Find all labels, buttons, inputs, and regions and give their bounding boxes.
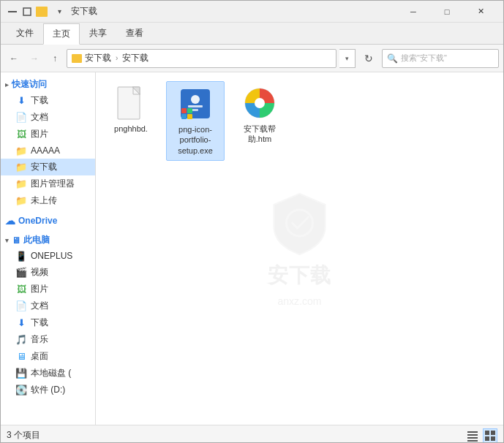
desktop-icon: 🖥	[15, 351, 27, 363]
tab-file[interactable]: 文件	[7, 23, 43, 44]
nav-bar: ← → ↑ 安下载 › 安下载 ▾ ↻ 🔍 搜索"安下载"	[1, 45, 503, 72]
document-icon-pc: 📄	[15, 300, 27, 312]
file-name-pnghhbd: pnghhbd.	[114, 124, 148, 134]
up-button[interactable]: ↑	[46, 50, 64, 67]
software-disk-icon: 💽	[15, 385, 27, 396]
svg-rect-13	[181, 114, 187, 119]
this-pc-header[interactable]: ▾ 🖥 此电脑	[1, 231, 95, 248]
this-pc-arrow: ▾	[5, 237, 9, 244]
tab-view[interactable]: 查看	[116, 23, 153, 44]
sidebar-item-software-d[interactable]: 💽 软件 (D:)	[1, 382, 95, 398]
document-icon: 📄	[15, 112, 27, 124]
file-icon-pnghhbd	[113, 86, 148, 121]
svg-rect-23	[485, 436, 489, 441]
quick-access-arrow: ▸	[5, 81, 9, 88]
content-area: 安下载 anxz.com pnghhbd.	[96, 72, 503, 425]
sidebar-item-desktop[interactable]: 🖥 桌面	[1, 348, 95, 365]
svg-rect-24	[491, 436, 495, 441]
ribbon-tabs: 文件 主页 共享 查看	[1, 23, 503, 44]
sidebar-item-notuploaded[interactable]: 📁 未上传	[1, 192, 95, 209]
sidebar-item-downloads[interactable]: ⬇ 下载	[1, 92, 95, 109]
sidebar-item-pictures[interactable]: 🖼 图片	[1, 126, 95, 143]
svg-rect-17	[467, 431, 478, 433]
folder-icon-notuploaded: 📁	[15, 195, 27, 207]
watermark-shield-icon	[271, 190, 329, 256]
forward-button[interactable]: →	[26, 50, 43, 67]
svg-rect-19	[467, 437, 478, 439]
back-button[interactable]: ←	[5, 50, 23, 67]
sidebar-item-music[interactable]: 🎵 音乐	[1, 331, 95, 348]
sidebar-item-picturemanager[interactable]: 📁 图片管理器	[1, 175, 95, 192]
maximize-button[interactable]: □	[430, 1, 464, 23]
onedrive-label: OneDrive	[18, 216, 57, 226]
svg-rect-12	[187, 108, 192, 113]
svg-rect-18	[467, 434, 478, 436]
quick-access-label: 快速访问	[12, 78, 47, 91]
search-bar[interactable]: 🔍 搜索"安下载"	[382, 49, 499, 68]
svg-point-16	[255, 98, 265, 108]
file-item-htm[interactable]: 安下载帮助.htm	[230, 81, 289, 161]
address-path: 安下载	[85, 52, 111, 64]
window-icon-page	[21, 6, 33, 18]
address-arrow: ›	[116, 54, 118, 62]
watermark: 安下载 anxz.com	[268, 190, 331, 307]
title-bar: ▾ 安下载 ─ □ ✕	[1, 1, 503, 23]
tab-share[interactable]: 共享	[80, 23, 116, 44]
svg-point-8	[191, 95, 200, 104]
watermark-sub-text: anxz.com	[278, 295, 322, 307]
svg-rect-21	[485, 431, 489, 435]
cloud-icon: ☁	[5, 215, 15, 227]
file-icon-exe	[178, 86, 213, 121]
sidebar-item-documents[interactable]: 📄 文档	[1, 109, 95, 126]
sidebar-item-downloads-pc[interactable]: ⬇ 下载	[1, 314, 95, 331]
main-layout: ▸ 快速访问 ⬇ 下载 📄 文档 🖼 图片 📁 AAAAA 📁 安下载 📁 图片…	[1, 72, 503, 425]
window-title: 安下载	[71, 5, 396, 18]
sidebar-item-oneplus[interactable]: 📱 ONEPLUS	[1, 248, 95, 264]
file-icon-htm	[242, 86, 277, 121]
sidebar-item-anzaixia[interactable]: 📁 安下载	[1, 159, 95, 175]
minimize-button[interactable]: ─	[396, 1, 430, 23]
this-pc-label: 此电脑	[23, 234, 50, 246]
file-name-htm: 安下载帮助.htm	[233, 124, 286, 145]
list-view-button[interactable]	[465, 428, 480, 443]
address-bar[interactable]: 安下载 › 安下载	[67, 49, 336, 68]
music-icon: 🎵	[15, 334, 27, 346]
video-icon: 🎬	[15, 267, 27, 279]
svg-rect-1	[23, 8, 31, 15]
svg-rect-3	[118, 87, 140, 119]
sidebar-item-local-disk[interactable]: 💾 本地磁盘 (	[1, 365, 95, 382]
svg-rect-11	[181, 108, 187, 113]
refresh-button[interactable]: ↻	[358, 49, 379, 68]
sidebar-item-documents-pc[interactable]: 📄 文档	[1, 298, 95, 314]
window-dropdown-icon[interactable]: ▾	[53, 6, 65, 18]
picture-icon: 🖼	[15, 129, 27, 140]
folder-icon-picturemanager: 📁	[15, 178, 27, 190]
folder-icon-aaaaa: 📁	[15, 145, 27, 156]
oneplus-icon: 📱	[15, 250, 27, 262]
close-button[interactable]: ✕	[464, 1, 497, 23]
download-icon: ⬇	[15, 95, 27, 107]
ribbon: 文件 主页 共享 查看	[1, 23, 503, 45]
folder-icon-anzaixia: 📁	[15, 162, 27, 173]
onedrive-header[interactable]: ☁ OneDrive	[1, 212, 95, 228]
picture-icon-pc: 🖼	[15, 284, 27, 295]
window-folder-icon	[36, 7, 48, 17]
search-icon: 🔍	[387, 53, 398, 64]
sidebar-item-aaaaa[interactable]: 📁 AAAAA	[1, 143, 95, 159]
svg-rect-9	[188, 105, 203, 107]
item-count: 3 个项目	[7, 429, 40, 442]
title-bar-icons: ▾	[7, 6, 65, 18]
address-folder-icon	[72, 54, 82, 63]
tab-home[interactable]: 主页	[43, 23, 80, 45]
address-dropdown-button[interactable]: ▾	[339, 49, 356, 68]
sidebar-item-video[interactable]: 🎬 视频	[1, 264, 95, 281]
quick-access-header[interactable]: ▸ 快速访问	[1, 75, 95, 92]
sidebar: ▸ 快速访问 ⬇ 下载 📄 文档 🖼 图片 📁 AAAAA 📁 安下载 📁 图片…	[1, 72, 96, 425]
watermark-main-text: 安下载	[268, 262, 331, 289]
file-item-exe[interactable]: png-icon-portfolio-setup.exe	[166, 81, 225, 161]
file-item-pnghhbd[interactable]: pnghhbd.	[102, 81, 160, 161]
view-controls	[465, 428, 497, 443]
sidebar-item-pictures-pc[interactable]: 🖼 图片	[1, 281, 95, 298]
window-icon-minimize-small	[7, 6, 18, 18]
grid-view-button[interactable]	[483, 428, 497, 443]
